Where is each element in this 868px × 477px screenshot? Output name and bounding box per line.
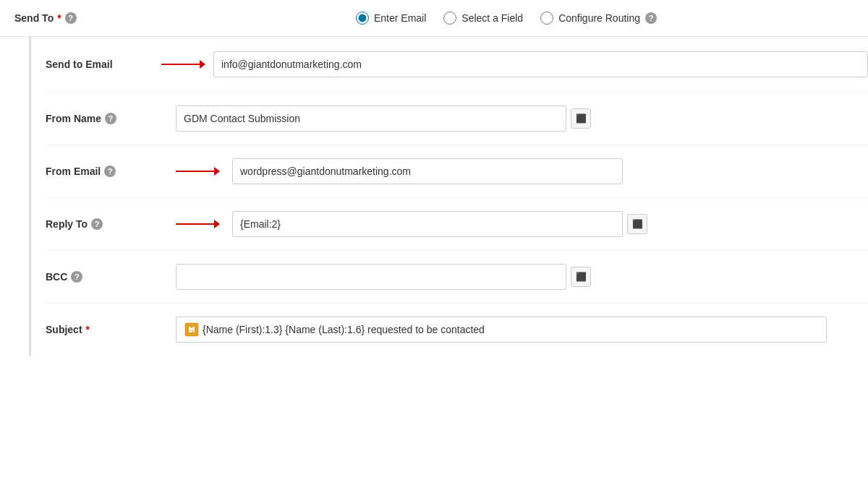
from-email-input[interactable] [232, 158, 623, 184]
from-email-label: From Email ? [46, 166, 176, 177]
subject-input-container[interactable]: M {Name (First):1.3} {Name (Last):1.6} r… [176, 317, 827, 343]
send-to-bar: Send To * ? Enter Email Select a Field C… [0, 0, 868, 37]
form-indent-section: Send to Email From Name ? ⬛ [0, 37, 868, 356]
reply-to-help-icon[interactable]: ? [91, 218, 103, 230]
send-to-email-arrow [161, 64, 205, 65]
send-to-text: Send To [14, 12, 54, 24]
radio-enter-email-input[interactable] [356, 12, 369, 25]
from-email-label-text: From Email [46, 166, 101, 177]
reply-to-label-text: Reply To [46, 218, 88, 230]
bcc-input[interactable] [176, 264, 566, 290]
from-email-arrow [176, 171, 219, 172]
from-name-input[interactable] [176, 106, 566, 132]
svg-rect-3 [189, 331, 192, 332]
from-email-row: From Email ? [46, 145, 868, 198]
send-to-label: Send To * ? [14, 12, 159, 24]
from-name-merge-icon: ⬛ [576, 113, 587, 124]
radio-configure-routing[interactable]: Configure Routing ? [540, 12, 657, 25]
reply-to-merge-btn[interactable]: ⬛ [627, 214, 647, 234]
send-to-required: * [57, 12, 61, 24]
send-to-email-label: Send to Email [46, 59, 161, 70]
subject-row: Subject * M {Name (First): [46, 304, 868, 356]
reply-to-input-wrap: ⬛ [232, 211, 868, 237]
send-to-email-label-text: Send to Email [46, 59, 113, 70]
bcc-merge-icon: ⬛ [576, 272, 587, 282]
bcc-row: BCC ? ⬛ [46, 251, 868, 304]
send-to-help-icon[interactable]: ? [65, 12, 77, 24]
radio-configure-routing-label: Configure Routing [558, 12, 640, 24]
bcc-label: BCC ? [46, 271, 176, 283]
from-name-row: From Name ? ⬛ [46, 93, 868, 145]
reply-to-arrow [176, 223, 219, 225]
bcc-merge-btn[interactable]: ⬛ [571, 267, 591, 287]
from-name-input-wrap: ⬛ [176, 106, 868, 132]
radio-enter-email[interactable]: Enter Email [356, 12, 426, 25]
form-border-section: Send to Email From Name ? ⬛ [29, 37, 868, 356]
radio-select-field-label: Select a Field [461, 12, 523, 24]
send-to-email-row: Send to Email [46, 37, 868, 93]
radio-configure-routing-input[interactable] [540, 12, 553, 25]
from-email-input-wrap [232, 158, 868, 184]
page-container: Send To * ? Enter Email Select a Field C… [0, 0, 868, 477]
from-name-merge-btn[interactable]: ⬛ [571, 108, 591, 129]
radio-select-field[interactable]: Select a Field [443, 12, 523, 25]
reply-to-label: Reply To ? [46, 218, 176, 230]
subject-input-wrap: M {Name (First):1.3} {Name (Last):1.6} r… [176, 317, 868, 343]
bcc-help-icon[interactable]: ? [71, 271, 82, 283]
reply-to-arrow-line [176, 223, 219, 225]
bcc-input-wrap: ⬛ [176, 264, 868, 290]
subject-label: Subject * [46, 324, 176, 335]
radio-options-group: Enter Email Select a Field Configure Rou… [159, 12, 854, 25]
radio-select-field-input[interactable] [443, 12, 456, 25]
subject-required: * [86, 324, 90, 335]
configure-routing-help-icon[interactable]: ? [645, 12, 657, 24]
reply-to-input-group: ⬛ [176, 211, 868, 237]
from-name-help-icon[interactable]: ? [105, 113, 116, 124]
send-to-email-input-wrap [213, 51, 868, 77]
bcc-label-text: BCC [46, 271, 67, 283]
reply-to-row: Reply To ? ⬛ [46, 198, 868, 251]
from-name-label: From Name ? [46, 113, 176, 124]
reply-to-input[interactable] [232, 211, 623, 237]
from-name-label-text: From Name [46, 113, 101, 124]
radio-enter-email-label: Enter Email [374, 12, 426, 24]
arrow-line [161, 64, 205, 65]
from-email-input-group [176, 158, 868, 184]
reply-to-merge-icon: ⬛ [632, 219, 643, 229]
subject-label-text: Subject [46, 324, 82, 335]
from-email-arrow-line [176, 171, 219, 172]
subject-merge-tag-icon: M [184, 322, 200, 338]
send-to-email-input[interactable] [213, 51, 868, 77]
svg-rect-2 [189, 328, 195, 330]
subject-value-text: {Name (First):1.3} {Name (Last):1.6} req… [203, 324, 485, 335]
from-email-help-icon[interactable]: ? [104, 166, 116, 177]
